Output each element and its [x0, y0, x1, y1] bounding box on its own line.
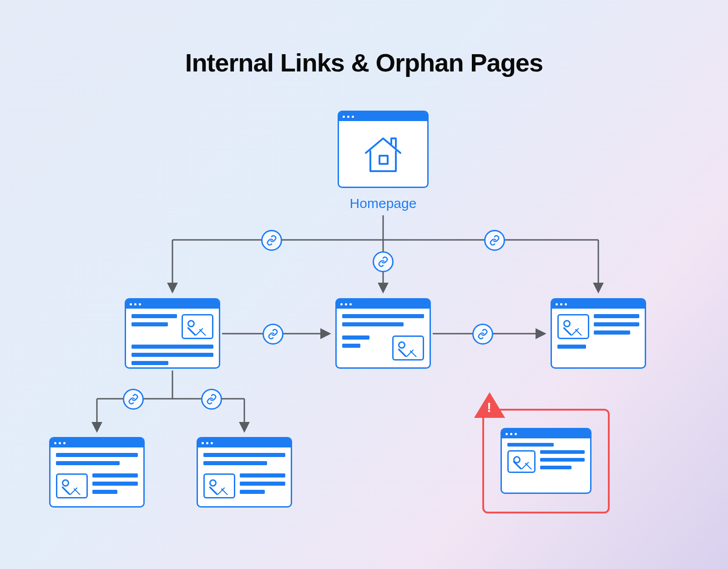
- image-thumb-icon: [56, 473, 88, 498]
- image-thumb-icon: [507, 450, 536, 473]
- node-orphan-page: [500, 428, 592, 494]
- node-page-d: [49, 437, 145, 508]
- node-page-a: [125, 298, 220, 369]
- image-thumb-icon: [557, 314, 589, 339]
- link-icon: [472, 324, 493, 345]
- node-homepage: [338, 111, 429, 188]
- image-thumb-icon: [203, 473, 235, 498]
- svg-rect-0: [379, 156, 388, 164]
- node-page-c: [551, 298, 646, 369]
- link-icon: [484, 230, 505, 251]
- image-thumb-icon: [392, 335, 424, 361]
- warning-triangle-icon: [474, 392, 505, 418]
- link-icon: [201, 389, 222, 410]
- diagram-title: Internal Links & Orphan Pages: [0, 0, 728, 77]
- home-icon: [339, 121, 427, 188]
- link-icon: [123, 389, 144, 410]
- node-page-e: [197, 437, 292, 508]
- link-icon: [261, 230, 282, 251]
- link-icon: [373, 251, 394, 272]
- node-page-b: [335, 298, 431, 369]
- image-thumb-icon: [182, 314, 213, 339]
- link-icon: [263, 324, 283, 345]
- homepage-label: Homepage: [338, 196, 429, 211]
